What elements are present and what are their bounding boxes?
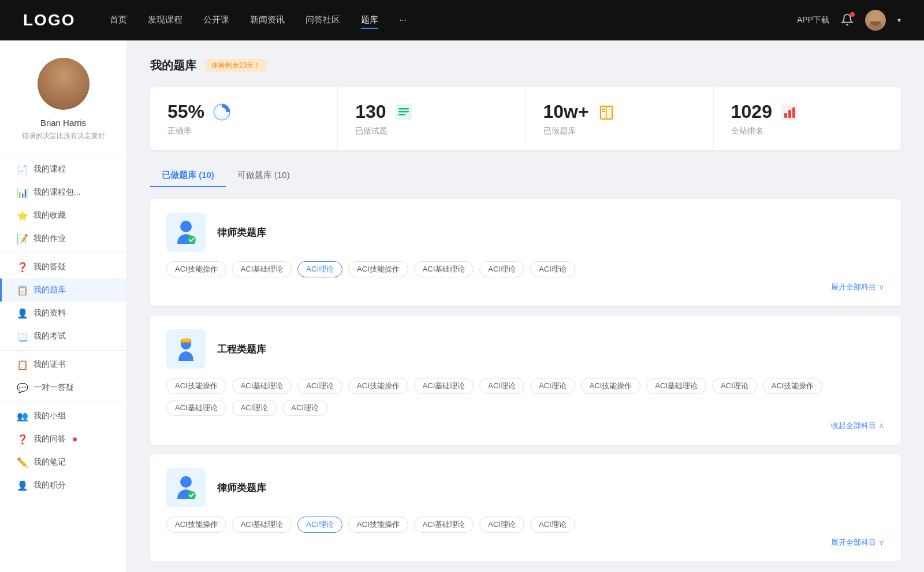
svg-point-3 [217, 107, 226, 117]
stat-icon-list_green [393, 102, 414, 122]
user-menu-chevron[interactable]: ▾ [897, 16, 901, 24]
qbank-tag-1-4[interactable]: ACI基础理论 [414, 378, 474, 394]
qbank-title: 工程类题库 [217, 343, 266, 356]
sidebar-label-3: 我的作业 [33, 233, 66, 244]
svg-point-17 [180, 221, 192, 232]
sidebar-label-0: 我的课程 [33, 164, 66, 174]
sidebar-menu: 📄我的课程📊我的课程包...⭐我的收藏📝我的作业❓我的答疑📋我的题库👤我的资料📃… [0, 158, 126, 497]
nav-menu-item[interactable]: 问答社区 [305, 12, 340, 29]
sidebar-item-13[interactable]: 👤我的积分 [0, 474, 126, 497]
main-content: 我的题库 体验剩余23天！ 55% 正确率 130 已做试题 10w+ [127, 40, 924, 572]
qbank-tag-1-7[interactable]: ACI技能操作 [581, 378, 641, 394]
stat-top: 130 [355, 101, 508, 122]
qbank-tag-0-1[interactable]: ACI基础理论 [232, 261, 292, 277]
qbank-footer: 收起全部科目 ∧ [166, 421, 885, 431]
qbank-tag-1-11[interactable]: ACI基础理论 [166, 400, 226, 416]
sidebar-icon-1: 📊 [17, 187, 28, 198]
nav-menu-item[interactable]: 公开课 [203, 12, 229, 29]
qbank-tag-1-13[interactable]: ACI理论 [282, 400, 327, 416]
nav-menu-item[interactable]: ··· [399, 12, 407, 29]
svg-rect-15 [788, 110, 791, 118]
qbank-tag-2-6[interactable]: ACI理论 [530, 517, 575, 533]
qbank-tag-1-5[interactable]: ACI理论 [479, 378, 524, 394]
qbank-title: 律师类题库 [217, 226, 266, 239]
page-title: 我的题库 [150, 58, 196, 73]
qbank-tag-1-10[interactable]: ACI技能操作 [763, 378, 823, 394]
qbank-tags-0: ACI技能操作ACI基础理论ACI理论ACI技能操作ACI基础理论ACI理论AC… [166, 261, 885, 277]
sidebar-item-11[interactable]: ❓我的问答 [0, 428, 126, 451]
sidebar-label-8: 我的证书 [33, 359, 66, 370]
qbank-tag-1-3[interactable]: ACI技能操作 [348, 378, 408, 394]
sidebar-item-9[interactable]: 💬一对一答疑 [0, 376, 126, 399]
qbank-tag-0-5[interactable]: ACI理论 [479, 261, 524, 277]
sidebar-item-5[interactable]: 📋我的题库 [0, 278, 126, 302]
stat-label: 已做试题 [355, 126, 508, 136]
svg-point-0 [871, 13, 880, 22]
sidebar-icon-3: 📝 [17, 233, 28, 244]
notification-bell[interactable] [841, 13, 854, 28]
sidebar-item-3[interactable]: 📝我的作业 [0, 227, 126, 250]
sidebar-icon-4: ❓ [17, 262, 28, 272]
qbank-tag-0-3[interactable]: ACI技能操作 [348, 261, 408, 277]
sidebar-icon-13: 👤 [17, 480, 28, 491]
qbank-icon [166, 329, 206, 369]
qbank-tag-1-6[interactable]: ACI理论 [530, 378, 575, 394]
qbank-tag-1-9[interactable]: ACI理论 [712, 378, 757, 394]
qbank-tag-1-1[interactable]: ACI基础理论 [232, 378, 292, 394]
tab-item[interactable]: 已做题库 (10) [150, 164, 226, 187]
sidebar-label-10: 我的小组 [33, 411, 66, 421]
sidebar-icon-9: 💬 [17, 382, 28, 393]
avatar[interactable] [865, 10, 886, 31]
trial-badge: 体验剩余23天！ [204, 59, 267, 72]
expand-link-2[interactable]: 展开全部科目 ∨ [831, 537, 885, 548]
expand-link-0[interactable]: 展开全部科目 ∨ [831, 282, 885, 292]
qbank-tag-2-5[interactable]: ACI理论 [479, 517, 524, 533]
svg-rect-14 [784, 113, 787, 118]
sidebar-icon-6: 👤 [17, 308, 28, 318]
stat-label: 全站排名 [731, 126, 884, 136]
stat-value: 55% [167, 101, 204, 122]
sidebar-item-2[interactable]: ⭐我的收藏 [0, 204, 126, 227]
expand-link-1[interactable]: 收起全部科目 ∧ [831, 421, 885, 431]
qbank-tag-0-0[interactable]: ACI技能操作 [166, 261, 226, 277]
sidebar-item-7[interactable]: 📃我的考试 [0, 325, 126, 348]
sidebar-item-1[interactable]: 📊我的课程包... [0, 181, 126, 204]
sidebar-item-12[interactable]: ✏️我的笔记 [0, 451, 126, 474]
qbank-tag-2-2[interactable]: ACI理论 [297, 517, 342, 533]
qbank-icon [166, 468, 206, 507]
tabs-row: 已做题库 (10)可做题库 (10) [150, 164, 901, 187]
sidebar-label-12: 我的笔记 [33, 457, 66, 467]
sidebar-item-8[interactable]: 📋我的证书 [0, 353, 126, 376]
sidebar-badge-11 [73, 437, 77, 441]
qbank-tag-1-0[interactable]: ACI技能操作 [166, 378, 226, 394]
sidebar-item-4[interactable]: ❓我的答疑 [0, 255, 126, 278]
qbank-tag-1-8[interactable]: ACI基础理论 [646, 378, 706, 394]
qbank-tag-1-2[interactable]: ACI理论 [297, 378, 342, 394]
sidebar-icon-2: ⭐ [17, 210, 28, 221]
nav-menu-item[interactable]: 发现课程 [148, 12, 182, 29]
qbank-tag-2-4[interactable]: ACI基础理论 [414, 517, 474, 533]
sidebar-label-11: 我的问答 [33, 434, 66, 444]
stat-value: 10w+ [543, 101, 589, 122]
nav-menu-item[interactable]: 新闻资讯 [250, 12, 285, 29]
svg-point-21 [180, 476, 192, 488]
qbank-tag-2-1[interactable]: ACI基础理论 [232, 517, 292, 533]
qbank-tag-2-0[interactable]: ACI技能操作 [166, 517, 226, 533]
stat-value: 130 [355, 101, 386, 122]
svg-rect-16 [792, 107, 795, 118]
tab-item[interactable]: 可做题库 (10) [226, 164, 301, 187]
nav-menu-item[interactable]: 题库 [361, 12, 378, 29]
qbank-tag-1-12[interactable]: ACI理论 [232, 400, 277, 416]
sidebar-item-0[interactable]: 📄我的课程 [0, 158, 126, 181]
stat-icon-pie_blue [211, 102, 232, 122]
sidebar-item-6[interactable]: 👤我的资料 [0, 302, 126, 325]
qbank-tag-0-6[interactable]: ACI理论 [530, 261, 575, 277]
qbank-tag-0-2[interactable]: ACI理论 [297, 261, 342, 277]
app-download-link[interactable]: APP下载 [797, 15, 829, 25]
qbank-tag-0-4[interactable]: ACI基础理论 [414, 261, 474, 277]
sidebar-item-10[interactable]: 👥我的小组 [0, 404, 126, 428]
stat-top: 10w+ [543, 101, 696, 122]
stat-icon-bar_red [779, 102, 800, 122]
nav-menu-item[interactable]: 首页 [110, 12, 127, 29]
qbank-tag-2-3[interactable]: ACI技能操作 [348, 517, 408, 533]
